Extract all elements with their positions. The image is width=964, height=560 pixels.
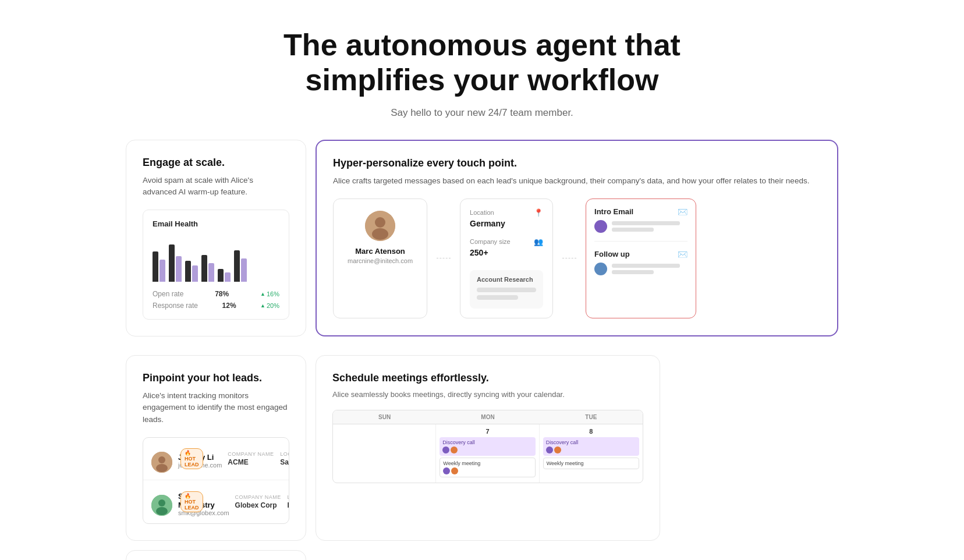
profile-avatar [365,211,395,241]
hyper-title: Hyper-personalize every touch point. [333,157,821,169]
engage-desc: Avoid spam at scale with Alice's advance… [143,175,289,199]
card-hyper: Hyper-personalize every touch point. Ali… [316,140,838,337]
follow-up-header: Follow up ✉️ [594,250,687,259]
cal-event-weekly-tue: Weekly meeting [543,458,639,469]
account-research-title: Account Research [477,276,536,283]
response-rate-change: 20% [260,302,279,309]
lead-row-2: 🔥 HOT LEAD Sarah McKinstry smk@globex.co… [143,480,289,523]
response-rate-row: Response rate 12% 20% [153,302,279,310]
location-value: Germany [470,219,543,228]
cal-person-3 [443,467,450,474]
hyper-content: Marc Atenson marcnine@initech.com Locati… [333,199,821,318]
svg-point-7 [158,499,165,506]
hero-section: The autonomous agent that simplifies you… [0,0,964,140]
bar-9 [218,269,224,282]
cal-col-sun [333,424,436,483]
cal-person-6 [554,446,561,453]
seq-line-4 [612,270,654,274]
follow-up-item: Follow up ✉️ [594,250,687,275]
svg-point-4 [158,456,165,463]
intro-email-item: Intro Email ✉️ [594,207,687,233]
bar-12 [241,258,247,282]
cal-person-2 [451,446,458,453]
cal-event-weekly-mon: Weekly meeting [440,458,535,477]
cal-col-tue: 8 Discovery call Weekly meeting [540,424,643,483]
leads-table: 🔥 HOT LEAD Johnny Li joli@acme.com COMPA… [143,437,289,524]
connector-2 [562,258,576,258]
bar-2 [160,260,165,282]
cal-event-persons-mon [442,446,532,453]
intro-email-header: Intro Email ✉️ [594,207,687,217]
lead-badge-1: 🔥 HOT LEAD [180,448,203,469]
calendar-mini: SUN MON TUE 7 Discovery call [332,410,643,483]
lead-badge-2: 🔥 HOT LEAD [180,491,203,512]
schedule-title: Schedule meetings effortlessly. [332,372,643,384]
chart-bars [153,235,279,282]
profile-card: Marc Atenson marcnine@initech.com [333,199,427,318]
svg-point-1 [375,217,385,228]
location-label: Location 📍 [470,208,543,217]
lead-company-1: COMPANY NAME ACME [228,451,274,466]
cal-body: 7 Discovery call Weekly meeting [333,424,643,483]
svg-point-2 [372,228,388,240]
open-rate-row: Open rate 78% 16% [153,290,279,298]
pinpoint-desc: Alice's intent tracking monitors engagem… [143,390,289,426]
card-engage: Engage at scale. Avoid spam at scale wit… [126,140,306,337]
bar-6 [192,265,198,282]
cal-event-persons-tue [546,446,636,453]
svg-point-5 [156,464,168,472]
research-row-2 [477,295,518,300]
bar-8 [208,263,214,282]
bar-4 [176,256,182,282]
lead-location-2: LOCA... Lon... [288,494,289,509]
research-row-1 [477,288,536,292]
bar-7 [201,255,207,282]
email-health-title: Email Health [153,219,279,228]
lead-location-1: LOCA... San... [280,451,289,466]
email-health-box: Email Health [143,210,289,320]
svg-point-8 [156,507,168,515]
bar-10 [225,272,231,282]
cal-col-mon: 7 Discovery call Weekly meeting [436,424,539,483]
card-schedule: Schedule meetings effortlessly. Alice se… [316,355,660,541]
account-research: Account Research [470,270,543,309]
cal-day-sun: SUN [333,410,436,424]
location-icon: 📍 [534,208,543,217]
cal-day-tue: TUE [540,410,643,424]
profile-name: Marc Atenson [355,247,405,256]
connector-1 [437,258,451,258]
response-rate-value: 12% [222,302,236,310]
cal-person-1 [442,446,449,453]
hyper-desc: Alice crafts targeted messages based on … [333,175,821,187]
hero-subtitle: Say hello to your new 24/7 team member. [12,107,952,119]
bar-5 [185,261,191,282]
bar-11 [234,250,240,282]
cal-event-persons-mon-2 [443,467,531,474]
cal-event-discovery-tue: Discovery call [543,437,639,456]
cal-day-mon: MON [436,410,539,424]
lead-company-2: COMPANY NAME Globex Corp [235,494,282,509]
schedule-desc: Alice seamlessly books meetings, directl… [332,389,643,400]
company-size-icon: 👥 [534,238,543,246]
intro-email-label: Intro Email [594,207,633,216]
follow-up-icon: ✉️ [678,250,687,259]
open-rate-label: Open rate [153,290,183,298]
follow-up-label: Follow up [594,250,630,258]
email-seq-card: Intro Email ✉️ [586,199,696,318]
intro-avatar [594,220,607,233]
response-rate-label: Response rate [153,302,198,310]
profile-email: marcnine@initech.com [348,257,413,264]
intro-email-icon: ✉️ [678,207,687,217]
company-size-label: Company size 👥 [470,238,543,246]
open-rate-change: 16% [260,290,279,297]
cal-event-discovery-mon: Discovery call [440,437,535,456]
hero-title: The autonomous agent that simplifies you… [255,28,709,98]
cal-person-5 [546,446,553,453]
pinpoint-title: Pinpoint your hot leads. [143,372,289,384]
open-rate-value: 78% [215,290,229,298]
bar-1 [153,251,158,282]
card-gather: Gather strategic insights. Alice generat… [126,550,306,560]
follow-avatar [594,263,607,275]
lead-avatar-1 [151,452,172,473]
chart-stats: Open rate 78% 16% Response rate 12% 20% [153,290,279,310]
